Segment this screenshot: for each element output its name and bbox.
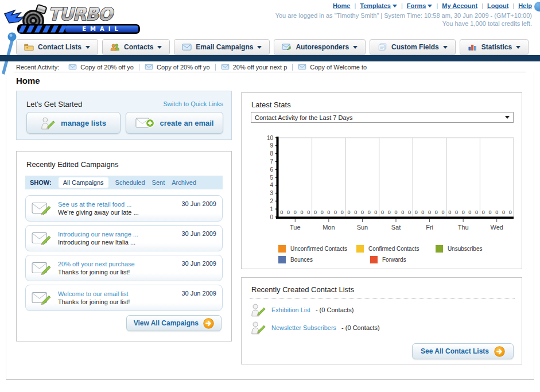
- svg-text:9: 9: [270, 142, 273, 149]
- svg-text:0: 0: [502, 209, 505, 215]
- legend-unconfirmed-contacts: Unconfirmed Contacts: [278, 245, 356, 253]
- filter-archived[interactable]: Archived: [172, 179, 196, 186]
- svg-text:0: 0: [455, 209, 458, 215]
- campaign-title-link[interactable]: Introducing our new range ...: [58, 231, 138, 238]
- svg-text:10: 10: [267, 135, 274, 141]
- svg-text:0: 0: [468, 209, 471, 215]
- arrow-right-circle-icon: [203, 318, 214, 329]
- recent-activity-item[interactable]: Copy of Welcome to: [298, 64, 372, 71]
- tab-email-campaigns[interactable]: Email Campaigns: [174, 39, 270, 55]
- svg-text:0: 0: [448, 209, 451, 215]
- tab-custom-fields[interactable]: Custom Fields: [370, 39, 456, 55]
- see-all-contact-lists-button[interactable]: See All Contact Lists: [412, 343, 514, 359]
- filter-scheduled[interactable]: Scheduled: [115, 179, 145, 186]
- legend-swatch: [356, 245, 364, 253]
- arrow-right-circle-icon: [494, 346, 505, 357]
- nav-separator: [401, 2, 403, 9]
- campaign-title-link[interactable]: 20% off your next purchase: [58, 261, 135, 267]
- tab-contact-lists[interactable]: Contact Lists: [16, 39, 98, 55]
- create-an-email-button[interactable]: create an email: [126, 112, 223, 134]
- chevron-down-icon: [505, 116, 510, 119]
- nav-help[interactable]: Help: [518, 2, 532, 9]
- header: TURBO EMAIL Home Templates Forms My Acco…: [0, 0, 540, 36]
- nav-forms[interactable]: Forms: [407, 2, 433, 9]
- nav-templates[interactable]: Templates: [360, 2, 397, 9]
- contact-list-link[interactable]: Exhibition List: [271, 306, 310, 313]
- svg-text:1: 1: [270, 206, 273, 212]
- contact-activity-chart: 01234567891000000Tue00000Mon00000Sun0000…: [246, 130, 518, 242]
- login-info: You are logged in as "Timothy Smith" | S…: [275, 11, 532, 28]
- chevron-down-icon: [157, 46, 162, 49]
- tab-contacts[interactable]: Contacts: [102, 39, 170, 55]
- corner-dot-decoration: [534, 2, 540, 11]
- envelope-icon: [221, 64, 230, 70]
- svg-text:7: 7: [270, 158, 273, 165]
- top-nav: Home Templates Forms My Account Logout H…: [333, 2, 532, 9]
- recent-activity-item[interactable]: Copy of 20% off yo: [68, 64, 139, 71]
- svg-text:0: 0: [408, 209, 411, 215]
- contact-list-item[interactable]: Newsletter Subscribers - (0 Contacts): [251, 321, 380, 335]
- credits-line: You have 1,000 total credits left.: [275, 20, 532, 28]
- legend-confirmed-contacts: Confirmed Contacts: [356, 245, 436, 253]
- recent-activity-item[interactable]: Copy of 20% off yo: [145, 64, 216, 71]
- svg-text:8: 8: [270, 150, 273, 157]
- contact-list-item[interactable]: Exhibition List - (0 Contacts): [251, 303, 354, 317]
- svg-text:0: 0: [421, 209, 424, 215]
- nav-my-account[interactable]: My Account: [442, 2, 477, 9]
- dotted-divider: [250, 298, 515, 298]
- svg-text:0: 0: [388, 209, 391, 215]
- filter-all-campaigns[interactable]: All Campaigns: [59, 177, 108, 188]
- svg-text:0: 0: [280, 209, 283, 215]
- tab-autoresponders[interactable]: Autoresponders: [274, 39, 366, 55]
- envelope-icon: [145, 64, 153, 70]
- nav-separator: [481, 2, 483, 9]
- legend-swatch: [370, 256, 378, 263]
- legend-bounces: Bounces: [278, 256, 370, 263]
- campaign-row[interactable]: 20% off your next purchase Thanks for jo…: [25, 255, 223, 281]
- legend-forwards: Forwards: [370, 256, 463, 263]
- campaign-row[interactable]: Welcome to our email list Thanks for joi…: [25, 285, 223, 311]
- legend-swatch: [436, 245, 443, 253]
- svg-text:0: 0: [334, 209, 337, 215]
- get-started-panel: Let's Get Started Switch to Quick Links …: [16, 91, 232, 140]
- contact-list-count: - (0 Contacts): [316, 306, 354, 313]
- svg-text:0: 0: [307, 209, 310, 215]
- switch-to-quick-links-link[interactable]: Switch to Quick Links: [163, 100, 223, 107]
- bar-chart-icon: [468, 43, 477, 51]
- campaign-title-link[interactable]: Welcome to our email list: [58, 290, 129, 297]
- envelope-icon: [68, 64, 77, 70]
- svg-text:Thu: Thu: [458, 224, 469, 231]
- filter-sent[interactable]: Sent: [152, 179, 165, 186]
- svg-text:3: 3: [270, 190, 273, 196]
- svg-text:5: 5: [270, 174, 273, 181]
- chart-legend: Unconfirmed Contacts Confirmed Contacts …: [278, 245, 514, 267]
- svg-text:0: 0: [381, 209, 384, 215]
- campaign-title-link[interactable]: See us at the retail food ...: [58, 201, 131, 208]
- contact-list-link[interactable]: Newsletter Subscribers: [271, 324, 336, 331]
- legend-swatch: [278, 245, 286, 253]
- turbo-email-logo: TURBO EMAIL: [3, 1, 142, 34]
- campaign-row[interactable]: See us at the retail food ... We're givi…: [25, 195, 223, 222]
- manage-lists-button[interactable]: manage lists: [26, 112, 121, 134]
- campaign-date: 30 Jun 2009: [181, 200, 216, 207]
- chevron-down-icon: [516, 46, 520, 49]
- svg-text:0: 0: [287, 209, 290, 215]
- recent-activity-item[interactable]: 20% off your next p: [221, 64, 293, 71]
- recently-edited-campaigns-panel: Recently Edited Campaigns SHOW: All Camp…: [16, 151, 232, 341]
- campaign-subtitle: Introducing our new Italia ...: [58, 238, 176, 246]
- chevron-down-icon: [428, 5, 432, 7]
- tab-statistics[interactable]: Statistics: [460, 39, 529, 55]
- stats-activity-dropdown[interactable]: Contact Activity for the Last 7 Days: [251, 112, 514, 123]
- view-all-campaigns-button[interactable]: View All Campaigns: [126, 315, 222, 331]
- svg-text:0: 0: [415, 209, 418, 215]
- nav-logout[interactable]: Logout: [487, 2, 508, 9]
- svg-text:0: 0: [482, 209, 485, 215]
- envelope-pencil-icon: [32, 260, 52, 276]
- contact-list-count: - (0 Contacts): [341, 324, 380, 331]
- campaign-subtitle: We're giving away our late ...: [58, 208, 176, 216]
- campaign-row[interactable]: Introducing our new range ... Introducin…: [25, 225, 223, 251]
- svg-text:Mon: Mon: [323, 224, 335, 231]
- chevron-down-icon: [86, 46, 90, 49]
- svg-text:4: 4: [270, 182, 273, 188]
- nav-home[interactable]: Home: [333, 2, 351, 9]
